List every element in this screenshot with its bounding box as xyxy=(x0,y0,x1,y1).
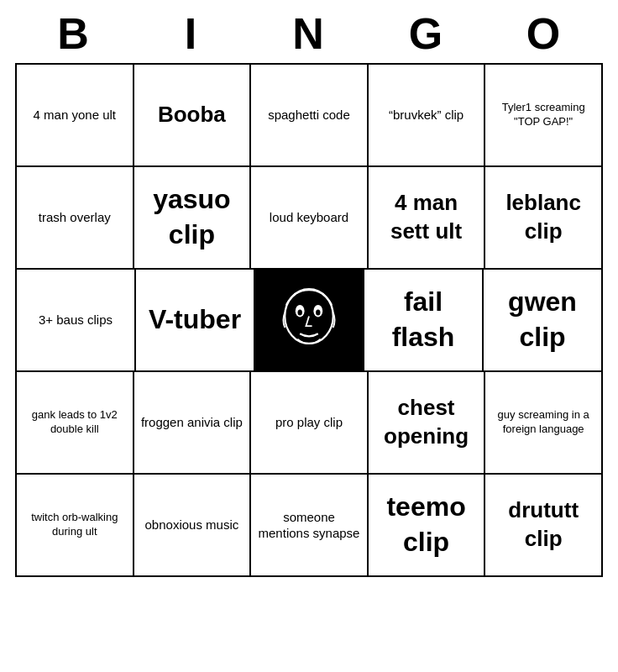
bingo-row-3: gank leads to 1v2 double kill froggen an… xyxy=(17,372,601,475)
svg-point-5 xyxy=(316,309,320,315)
cell-4-2: someone mentions synapse xyxy=(251,475,369,575)
cell-3-0: gank leads to 1v2 double kill xyxy=(17,372,134,473)
cell-2-1: V-tuber xyxy=(136,270,255,370)
letter-o: O xyxy=(494,8,594,59)
cell-0-0: 4 man yone ult xyxy=(17,65,134,165)
cell-0-1: Booba xyxy=(134,65,252,165)
cell-4-1: obnoxious music xyxy=(134,475,252,575)
cell-3-1: froggen anivia clip xyxy=(134,372,252,473)
letter-b: B xyxy=(24,8,124,59)
svg-point-4 xyxy=(298,309,302,315)
bingo-header: B I N G O xyxy=(15,0,603,63)
bingo-row-1: trash overlay yasuo clip loud keyboard 4… xyxy=(17,167,601,270)
cell-2-2 xyxy=(255,270,364,370)
cell-4-3: teemo clip xyxy=(369,475,486,575)
cell-1-0: trash overlay xyxy=(17,167,134,268)
cell-4-4: drututt clip xyxy=(485,475,601,575)
face-icon xyxy=(271,282,347,358)
cell-0-2: spaghetti code xyxy=(251,65,369,165)
bingo-grid: 4 man yone ult Booba spaghetti code “bru… xyxy=(15,63,603,577)
bingo-row-2: 3+ baus clips V-tuber xyxy=(17,270,601,372)
cell-2-3: fail flash xyxy=(364,270,484,370)
cell-0-4: Tyler1 screaming "TOP GAP!" xyxy=(485,65,601,165)
free-space-image xyxy=(255,271,363,369)
cell-1-3: 4 man sett ult xyxy=(369,167,486,268)
letter-n: N xyxy=(259,8,359,59)
bingo-row-0: 4 man yone ult Booba spaghetti code “bru… xyxy=(17,65,601,167)
cell-1-2: loud keyboard xyxy=(251,167,369,268)
cell-4-0: twitch orb-walking during ult xyxy=(17,475,134,575)
bingo-row-4: twitch orb-walking during ult obnoxious … xyxy=(17,475,601,575)
cell-1-1: yasuo clip xyxy=(134,167,252,268)
letter-i: I xyxy=(141,8,242,59)
cell-1-4: leblanc clip xyxy=(485,167,601,268)
cell-2-0: 3+ baus clips xyxy=(17,270,136,370)
letter-g: G xyxy=(376,8,477,59)
cell-0-3: “bruvkek” clip xyxy=(369,65,486,165)
cell-3-2: pro play clip xyxy=(251,372,369,473)
cell-2-4: gwen clip xyxy=(484,270,601,370)
cell-3-3: chest opening xyxy=(369,372,486,473)
cell-3-4: guy screaming in a foreign language xyxy=(485,372,601,473)
